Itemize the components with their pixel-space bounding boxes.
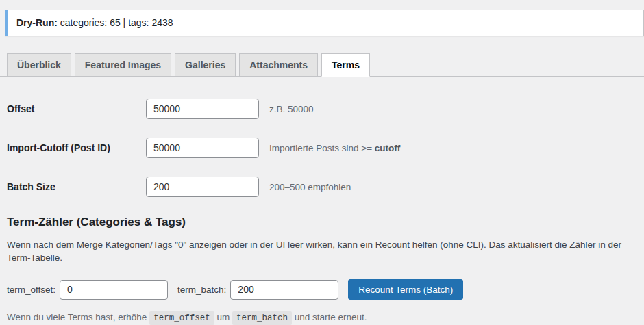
terms-panel: Offset z.B. 50000 Import-Cutoff (Post ID… xyxy=(0,77,644,323)
note-code-term-offset: term_offset xyxy=(149,311,214,325)
import-cutoff-input[interactable] xyxy=(146,138,259,158)
note-part1: Wenn du viele Terms hast, erhöhe xyxy=(7,312,147,322)
import-cutoff-hint-text: Importierte Posts sind >= xyxy=(269,143,372,153)
term-counter-heading: Term-Zähler (Categories & Tags) xyxy=(7,216,630,229)
recount-footer-note: Wenn du viele Terms hast, erhöhe term_of… xyxy=(7,312,630,323)
note-part2: um xyxy=(216,312,230,322)
term-offset-input[interactable] xyxy=(60,280,168,300)
offset-field-row: Offset z.B. 50000 xyxy=(7,99,630,119)
offset-input[interactable] xyxy=(146,99,259,119)
recount-terms-button[interactable]: Recount Terms (Batch) xyxy=(348,279,463,300)
batch-size-label: Batch Size xyxy=(7,181,146,192)
tab-attachments[interactable]: Attachments xyxy=(239,53,318,77)
tab-ueberblick[interactable]: Überblick xyxy=(7,53,71,77)
notice-text: categories: 65 | tags: 2438 xyxy=(60,17,173,28)
note-code-term-batch: term_batch xyxy=(232,311,292,325)
batch-size-hint-text: 200–500 empfohlen xyxy=(269,182,351,192)
import-cutoff-hint: Importierte Posts sind >= cutoff xyxy=(269,143,400,153)
import-cutoff-label: Import-Cutoff (Post ID) xyxy=(7,142,146,153)
tab-terms[interactable]: Terms xyxy=(321,53,370,77)
import-cutoff-hint-strong: cutoff xyxy=(375,143,401,153)
tab-featured-images[interactable]: Featured Images xyxy=(75,53,171,77)
notice-label: Dry-Run: xyxy=(16,17,58,28)
dry-run-notice: Dry-Run: categories: 65 | tags: 2438 xyxy=(5,10,644,36)
recount-controls-row: term_offset: term_batch: Recount Terms (… xyxy=(7,279,630,300)
term-batch-input[interactable] xyxy=(230,280,338,300)
offset-hint-text: z.B. 50000 xyxy=(269,104,314,114)
batch-size-input[interactable] xyxy=(146,177,259,197)
import-cutoff-field-row: Import-Cutoff (Post ID) Importierte Post… xyxy=(7,138,630,158)
batch-size-hint: 200–500 empfohlen xyxy=(269,182,351,192)
batch-size-field-row: Batch Size 200–500 empfohlen xyxy=(7,177,630,197)
tab-galleries[interactable]: Galleries xyxy=(175,53,236,77)
offset-hint: z.B. 50000 xyxy=(269,104,314,114)
term-counter-description: Wenn nach dem Merge Kategorien/Tags "0" … xyxy=(7,239,630,265)
term-offset-label: term_offset: xyxy=(7,285,55,295)
offset-label: Offset xyxy=(7,103,146,114)
term-batch-label: term_batch: xyxy=(177,285,226,295)
note-part3: und starte erneut. xyxy=(295,312,367,322)
tab-bar: Überblick Featured Images Galleries Atta… xyxy=(0,53,644,77)
